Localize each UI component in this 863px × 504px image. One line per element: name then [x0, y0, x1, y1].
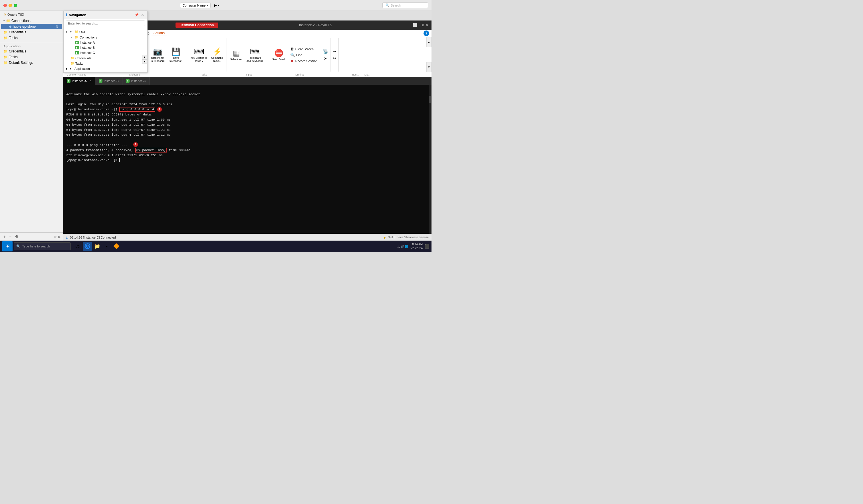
nav-scroll-down-button[interactable]: ▼	[142, 59, 147, 64]
computer-selector[interactable]: Computer Name ▾	[180, 2, 211, 8]
sidebar-settings-button[interactable]: ⚙	[14, 234, 20, 240]
taskbar-search[interactable]: 🔍 Type here to search	[14, 242, 71, 250]
win-minimize-button[interactable]: −	[418, 23, 421, 27]
info-status-icon: ℹ	[66, 235, 68, 240]
taskbar-app-files[interactable]: 🗂	[73, 242, 82, 251]
folder-cred-icon: 📁	[71, 56, 75, 60]
nav-item-instance-a[interactable]: ▶ instance-A	[64, 40, 147, 45]
traffic-lights	[3, 4, 17, 7]
selection-button[interactable]: ▦ Selection ▾	[229, 48, 245, 62]
sidebar-play-button[interactable]: ▶	[58, 235, 61, 239]
sidebar-item-connections[interactable]: ▾ 📁 Connections	[0, 18, 63, 24]
sidebar-item-app-tasks[interactable]: 📁 Tasks	[0, 54, 63, 60]
terminal-scrollbar[interactable]	[429, 85, 432, 234]
conn-a-icon: ▶	[75, 41, 79, 44]
traffic-light-red[interactable]	[3, 4, 7, 7]
record-session-button[interactable]: ⏺ Record Session	[288, 58, 319, 64]
help-button[interactable]: ?	[424, 30, 429, 36]
ribbon-group-input2: 📡 ✂ Input...	[321, 38, 330, 72]
terminal-connection-label: Terminal Connection	[175, 23, 218, 28]
traffic-light-green[interactable]	[14, 4, 17, 7]
win-restore-button[interactable]: ⧉	[422, 23, 424, 27]
taskbar-app-royalts[interactable]: 🔶	[112, 242, 121, 251]
menu-actions[interactable]: Actions	[151, 30, 167, 36]
start-button[interactable]: ⊞	[2, 241, 13, 251]
ribbon-group-more: → ✂ Mo...	[330, 38, 339, 72]
send-break-button[interactable]: ⛔ Send Break	[270, 48, 288, 62]
command-tasks-button[interactable]: ⚡ CommandTasks ▾	[210, 46, 225, 64]
group-label-terminal: Terminal	[295, 73, 304, 76]
group-label-tasks: Tasks	[200, 73, 207, 76]
key-sequence-icon: ⌨	[193, 47, 204, 56]
terminal-line-3: Last login: Thu May 23 08:09:45 2024 fro…	[66, 102, 173, 106]
clear-screen-button[interactable]: 🗑 Clear Screen	[288, 46, 319, 52]
find-icon: 🔍	[290, 53, 295, 57]
taskbar-app-edge[interactable]: 🌀	[83, 242, 92, 251]
tray-notification-icon: ⬛	[424, 244, 429, 249]
nav-item-cred[interactable]: 📁 Credentials	[64, 55, 147, 61]
navigation-panel: ℹ Navigation 📌 ✕ ▾ ▾ 📁 OCI ▾ 📁	[63, 11, 148, 73]
group-label-input: Input	[246, 73, 252, 76]
more-btn1[interactable]: →	[332, 48, 337, 54]
nav-item-tasks[interactable]: 📁 Tasks	[64, 61, 147, 66]
traffic-light-yellow[interactable]	[9, 4, 12, 7]
clipboard-keyboard-icon: ⌨	[250, 47, 261, 56]
nav-close-button[interactable]: ✕	[140, 13, 145, 17]
more-btn2[interactable]: ✂	[332, 55, 337, 62]
terminal-line-8: 64 bytes from 8.8.8.8: icmp_seq=3 ttl=57…	[66, 128, 171, 132]
key-sequence-button[interactable]: ⌨ Key SequenceTasks ▾	[189, 46, 209, 64]
nav-scroll-up-button[interactable]: ▲	[142, 55, 147, 59]
sidebar-item-tasks[interactable]: 📁 Tasks	[0, 35, 63, 41]
input2-btn2[interactable]: ✂	[322, 55, 329, 62]
nav-item-oci[interactable]: ▾ ▾ 📁 OCI	[64, 29, 147, 35]
taskbar-app-folder[interactable]: 📁	[92, 242, 102, 251]
terminal-content[interactable]: Activate the web console with: systemctl…	[63, 85, 432, 234]
term-tab-instance-c[interactable]: ▶ instance-C	[123, 77, 150, 85]
screenshot-clipboard-button[interactable]: 📷 Screenshotto Clipboard	[149, 46, 166, 64]
taskbar-clock: 8:14 AM 5/23/2024	[410, 242, 423, 250]
play-button[interactable]: ▶ ▾	[214, 3, 220, 8]
ribbon-scroll-up[interactable]: ▲	[426, 37, 432, 47]
nav-item-instance-b[interactable]: ▶ instance-B	[64, 45, 147, 50]
input2-btn1[interactable]: 📡	[322, 48, 329, 55]
terminal-line-5: PING 8.8.8.8 (8.8.8.8) 56(84) bytes of d…	[66, 113, 153, 116]
find-button[interactable]: 🔍 Find	[288, 52, 319, 57]
sidebar-item-credentials[interactable]: 📁 Credentials	[0, 29, 63, 35]
nav-item-application[interactable]: ▶ ▸ Application	[64, 66, 147, 71]
terminal-tab-bar: ▶ instance-A ✕ ▶ instance-B ▶ instance-C	[63, 77, 432, 85]
search-bar[interactable]: 🔍 Search	[383, 2, 428, 8]
sidebar-item-default-settings[interactable]: 📁 Default Settings	[0, 60, 63, 66]
folder-icon4: 📁	[3, 49, 8, 53]
save-screenshot-button[interactable]: 💾 SaveScreenshot ▾	[167, 46, 185, 64]
clipboard-keyboard-button[interactable]: ⌨ Clipboardand Keyboard ▾	[245, 46, 266, 64]
terminal-line-13: rtt min/avg/max/mdev = 1.025/1.219/1.651…	[66, 153, 163, 157]
folder-oci-icon: 📁	[75, 30, 78, 34]
nav-item-connections[interactable]: ▾ 📁 Connections	[64, 35, 147, 40]
sort-icon: ⇅	[56, 25, 59, 28]
term-tab-instance-a[interactable]: ▶ instance-A ✕	[63, 77, 95, 85]
clock-time: 8:14 AM	[410, 242, 423, 246]
folder-tasks-icon: 📁	[71, 62, 75, 65]
sidebar-item-hub-step-stone[interactable]: ⬢ hub-step-stone ⇅	[1, 24, 62, 29]
sidebar-remove-button[interactable]: −	[8, 234, 13, 240]
term-tab-instance-b[interactable]: ▶ instance-B	[95, 77, 123, 85]
nav-search-input[interactable]	[66, 21, 145, 26]
folder-icon3: 📁	[3, 36, 8, 40]
chevron-icon: ▾	[66, 30, 69, 33]
nav-pin-button[interactable]: 📌	[134, 13, 140, 17]
group-label-common: Common Actions	[67, 73, 86, 76]
tab-close-a[interactable]: ✕	[89, 79, 92, 82]
group-label-input2: Input...	[352, 73, 360, 76]
conn-b-icon: ▶	[75, 46, 79, 49]
win-maximize-button[interactable]: ⬜	[413, 23, 417, 27]
sidebar-favorite-button[interactable]: ☆	[53, 235, 57, 239]
taskbar-app-terminal[interactable]: ▪	[102, 242, 111, 251]
ribbon-scroll-down[interactable]: ▼	[426, 62, 432, 72]
win-close-button[interactable]: ✕	[425, 23, 429, 27]
terminal-line-12: 4 packets transmitted, 4 received, 0% pa…	[66, 148, 191, 153]
taskbar-search-icon: 🔍	[16, 244, 21, 248]
sidebar-section-application: Application	[0, 43, 63, 49]
sidebar-add-button[interactable]: +	[2, 234, 7, 240]
sidebar-item-app-credentials[interactable]: 📁 Credentials	[0, 49, 63, 54]
nav-item-instance-c[interactable]: ▶ instance-C	[64, 50, 147, 55]
